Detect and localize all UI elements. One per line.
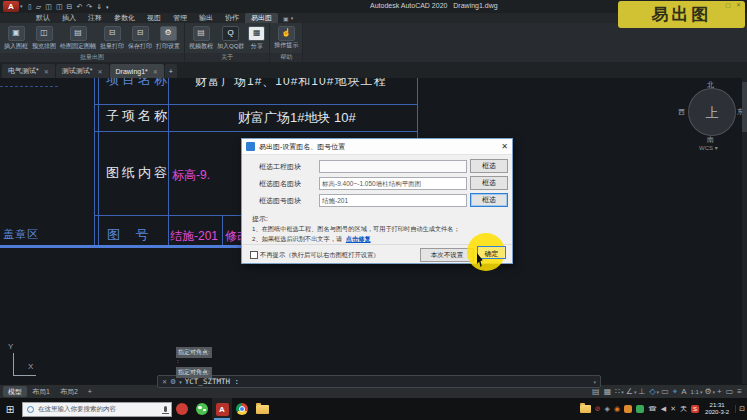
polar-tracking-icon[interactable]: ∠	[626, 387, 633, 396]
dialog-close-icon[interactable]: ✕	[501, 142, 508, 151]
group-label-batch-plot[interactable]: 批量出图	[0, 53, 184, 62]
clean-screen-icon[interactable]: ▭	[726, 387, 734, 396]
logo-dropdown-icon[interactable]: ▾	[20, 3, 23, 9]
project-block-input[interactable]	[319, 160, 467, 173]
tray-shield-icon[interactable]: ◈	[605, 405, 610, 413]
ribbon-panel-dropdown-icon[interactable]: ▾	[291, 15, 294, 21]
doc-tab-close-icon[interactable]: ✕	[153, 68, 158, 75]
tab-parametric[interactable]: 参数化	[108, 13, 141, 23]
close-icon[interactable]: ✕	[736, 1, 741, 8]
grid-display-icon[interactable]: ▦	[604, 387, 612, 396]
layout-tab-layout2[interactable]: 布局2	[55, 386, 83, 397]
ortho-mode-icon[interactable]: ⊥	[638, 387, 645, 396]
number-block-input[interactable]: 结施-201	[319, 194, 467, 207]
maximize-icon[interactable]: ▢	[725, 1, 731, 8]
layout-tab-layout1[interactable]: 布局1	[27, 386, 55, 397]
snap-tracking-icon[interactable]: ⌖	[673, 387, 678, 397]
repair-link[interactable]: 点击修复	[346, 235, 371, 242]
name-block-input[interactable]: 标高-9.400~-1.050墙柱结构平面图	[319, 177, 467, 190]
open-icon[interactable]: ▱	[36, 3, 41, 11]
doc-tab-drawing1[interactable]: Drawing1* ✕	[110, 64, 164, 78]
action-center-icon[interactable]: ⊡	[735, 405, 745, 413]
tray-blocked-icon[interactable]: ⊘	[595, 405, 601, 413]
insert-frame-button[interactable]: ▣ 插入图框	[2, 24, 30, 51]
tab-yichutu[interactable]: 易出图	[245, 13, 278, 23]
batch-print-button[interactable]: ⊟ 批量打印	[98, 24, 126, 51]
redo-icon[interactable]: ↷	[86, 3, 92, 11]
video-tutorial-button[interactable]: ▤ 视频教程	[187, 24, 215, 51]
new-doc-tab-button[interactable]: +	[165, 64, 177, 78]
tab-view[interactable]: 视图	[141, 13, 167, 23]
operation-tips-button[interactable]: ☝ 操作提示	[272, 24, 300, 48]
save-print-button[interactable]: ⊟ 保存打印	[126, 24, 154, 51]
tray-green-app-icon[interactable]	[636, 405, 644, 413]
doc-tab-close-icon[interactable]: ✕	[98, 68, 103, 75]
tab-output[interactable]: 输出	[193, 13, 219, 23]
viewcube-top-face[interactable]: 上	[689, 104, 735, 122]
command-customize-dropdown-icon[interactable]: ▾	[179, 379, 182, 385]
preview-layout-button[interactable]: ◫ 预览排图	[30, 24, 58, 51]
taskbar-app-explorer[interactable]	[252, 398, 272, 420]
undo-icon[interactable]: ↶	[76, 3, 82, 11]
doc-tab-close-icon[interactable]: ✕	[44, 68, 49, 75]
viewcube[interactable]: 上	[688, 88, 736, 136]
download-icon[interactable]: ⇓	[96, 3, 102, 11]
tab-insert[interactable]: 插入	[56, 13, 82, 23]
command-line-bar[interactable]: ✕ ⚙ ▾ YCT_SZTMTH : ▾	[157, 375, 601, 388]
pick-project-block-button[interactable]: 框选	[470, 159, 508, 173]
join-qq-group-button[interactable]: Q 加入QQ群	[215, 24, 246, 51]
ok-button[interactable]: 确定	[477, 246, 506, 259]
lineweight-icon[interactable]: ▭	[661, 387, 669, 396]
group-label-help[interactable]: 帮助	[270, 53, 302, 62]
save-icon[interactable]: ◫	[45, 3, 52, 11]
taskbar-app-wechat[interactable]	[192, 398, 212, 420]
layout-tab-model[interactable]: 模型	[3, 386, 27, 397]
command-close-icon[interactable]: ✕	[162, 378, 167, 385]
tab-collaborate[interactable]: 协作	[219, 13, 245, 23]
command-customize-icon[interactable]: ⚙	[170, 378, 176, 386]
print-settings-button[interactable]: ⚙ 打印设置	[154, 24, 182, 51]
status-menu-icon[interactable]: ≡	[737, 387, 742, 396]
plot-icon[interactable]: ⊟	[67, 3, 73, 11]
tray-network-off-icon[interactable]: ✕	[670, 405, 676, 413]
command-prompt-text[interactable]: YCT_SZTMTH :	[185, 377, 239, 386]
ribbon-panel-icon[interactable]: ▣	[283, 15, 289, 22]
annotation-visibility-icon[interactable]: A	[681, 387, 686, 396]
share-qr-button[interactable]: ▦ 分享	[246, 24, 267, 51]
model-paper-toggle-icon[interactable]: ▤	[592, 387, 600, 396]
pick-number-block-button[interactable]: 框选	[470, 193, 508, 207]
taskbar-app-chrome[interactable]	[232, 398, 252, 420]
microphone-icon[interactable]	[164, 406, 167, 412]
tray-speaker-icon[interactable]: ◀	[661, 405, 666, 413]
tab-default[interactable]: 默认	[30, 13, 56, 23]
autocad-logo[interactable]: A	[3, 1, 19, 12]
taskbar-app-redcircle[interactable]	[172, 398, 192, 420]
pick-name-block-button[interactable]: 框选	[470, 176, 508, 190]
customization-gear-icon[interactable]: ⚙	[704, 387, 711, 396]
fixed-sheet-button[interactable]: ▤ 绘图固定图幅	[58, 24, 98, 51]
tray-orange-app-icon[interactable]	[624, 405, 632, 413]
annotation-scale-value[interactable]: 1:1	[691, 389, 699, 395]
object-snap-icon[interactable]: ◇	[649, 387, 655, 396]
taskbar-clock[interactable]: 21:31 2020-3-2	[705, 402, 729, 416]
tray-sogou-icon[interactable]: S	[691, 405, 699, 413]
command-scroll-icon[interactable]: ▾	[593, 379, 596, 385]
doc-tab-ceshiceshi[interactable]: 测试测试* ✕	[56, 64, 109, 78]
tab-annotate[interactable]: 注释	[82, 13, 108, 23]
dialog-title-bar[interactable]: 易出图-设置图名、图号位置 ✕	[242, 139, 512, 155]
saveas-icon[interactable]: ◫	[56, 3, 63, 11]
viewcube-wcs-menu[interactable]: WCS ▾	[699, 144, 718, 151]
tray-magnifier-icon[interactable]: ◉	[614, 405, 620, 413]
new-layout-button[interactable]: +	[83, 386, 97, 397]
snap-mode-icon[interactable]: ∷	[615, 387, 620, 396]
vertical-scrollbar[interactable]	[742, 78, 747, 384]
start-button[interactable]: ⊞	[0, 398, 20, 420]
group-label-about[interactable]: 关于	[185, 53, 269, 62]
status-add-icon[interactable]: +	[717, 387, 722, 396]
qat-dropdown-icon[interactable]: ▾	[106, 4, 109, 10]
skip-this-time-button[interactable]: 本次不设置	[420, 248, 474, 262]
dont-remind-checkbox[interactable]	[250, 251, 258, 259]
taskbar-search-box[interactable]: 在这里输入你要搜索的内容	[22, 402, 172, 417]
doc-tab-dianqiceshi[interactable]: 电气测试* ✕	[2, 64, 55, 78]
taskbar-app-autocad[interactable]: A	[212, 398, 232, 420]
